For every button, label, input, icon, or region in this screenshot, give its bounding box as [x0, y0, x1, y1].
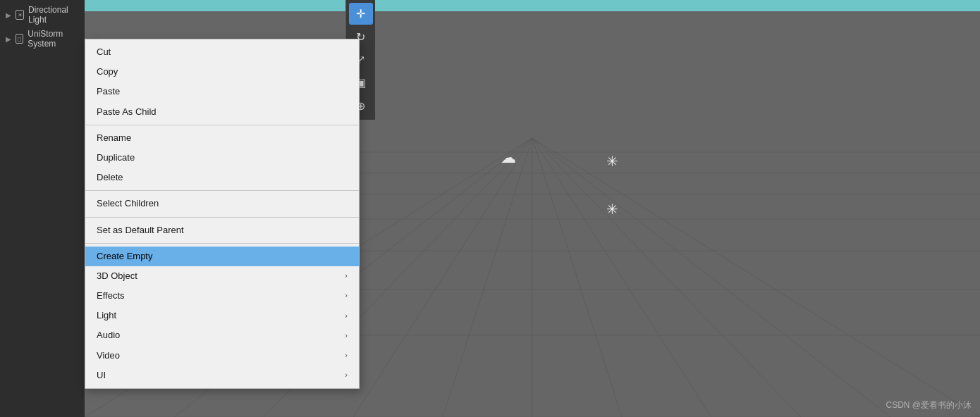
- set-default-parent-menu-item[interactable]: Set as Default Parent: [85, 220, 359, 240]
- unistorm-icon: ◻: [16, 34, 23, 44]
- sidebar-item-label-2: UniStorm System: [27, 29, 79, 49]
- svg-text:✳: ✳: [606, 201, 618, 217]
- ui-menu-item[interactable]: UI ›: [85, 366, 359, 385]
- submenu-arrow: ›: [345, 270, 348, 281]
- rename-menu-item[interactable]: Rename: [85, 128, 359, 148]
- submenu-arrow-effects: ›: [345, 290, 348, 301]
- expand-arrow: ▶: [6, 11, 11, 19]
- move-tool-button[interactable]: ✛: [349, 3, 373, 25]
- viewport-topbar: [85, 0, 980, 11]
- sidebar-item-directional-light[interactable]: ▶ ☀ Directional Light: [0, 3, 85, 27]
- submenu-arrow-light: ›: [345, 311, 348, 321]
- separator-3: [85, 217, 359, 218]
- separator-2: [85, 190, 359, 191]
- expand-arrow-2: ▶: [6, 35, 11, 43]
- sidebar-item-unistorm[interactable]: ▶ ◻ UniStorm System: [0, 27, 85, 51]
- light-icon: ☀: [16, 10, 24, 20]
- sidebar-item-label: Directional Light: [28, 5, 79, 25]
- effects-menu-item[interactable]: Effects ›: [85, 286, 359, 306]
- cut-menu-item[interactable]: Cut: [85, 42, 359, 62]
- separator-1: [85, 125, 359, 125]
- video-menu-item[interactable]: Video ›: [85, 346, 359, 366]
- copy-menu-item[interactable]: Copy: [85, 62, 359, 82]
- submenu-arrow-audio: ›: [345, 330, 348, 341]
- create-empty-menu-item[interactable]: Create Empty: [85, 247, 359, 266]
- watermark: CSDN @爱看书的小沐: [886, 399, 972, 411]
- 3d-object-menu-item[interactable]: 3D Object ›: [85, 266, 359, 286]
- paste-menu-item[interactable]: Paste: [85, 82, 359, 101]
- separator-4: [85, 243, 359, 244]
- paste-as-child-menu-item[interactable]: Paste As Child: [85, 102, 359, 122]
- svg-text:☁: ☁: [501, 149, 516, 166]
- light-menu-item[interactable]: Light ›: [85, 306, 359, 325]
- sidebar: ▶ ☀ Directional Light ▶ ◻ UniStorm Syste…: [0, 0, 85, 417]
- audio-menu-item[interactable]: Audio ›: [85, 325, 359, 345]
- select-children-menu-item[interactable]: Select Children: [85, 194, 359, 213]
- submenu-arrow-video: ›: [345, 350, 348, 361]
- svg-text:✳: ✳: [606, 154, 618, 169]
- duplicate-menu-item[interactable]: Duplicate: [85, 148, 359, 168]
- delete-menu-item[interactable]: Delete: [85, 168, 359, 187]
- submenu-arrow-ui: ›: [345, 370, 348, 380]
- context-menu: Cut Copy Paste Paste As Child Rename Dup…: [85, 39, 360, 389]
